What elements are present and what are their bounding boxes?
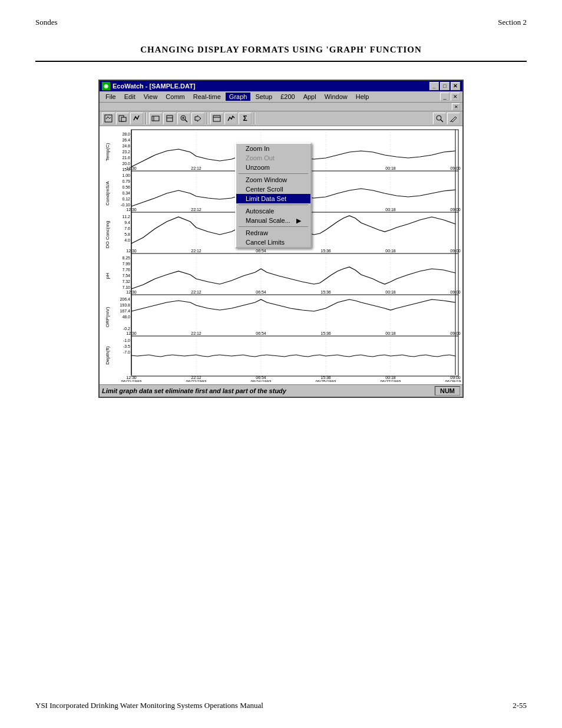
svg-text:22:12: 22:12 — [191, 166, 201, 170]
svg-text:00:18: 00:18 — [385, 331, 396, 335]
toolbar-btn-magnify[interactable] — [433, 113, 446, 124]
toolbar-btn-pen[interactable] — [447, 113, 460, 124]
menu-help[interactable]: Help — [352, 93, 373, 101]
toolbar-btn-1[interactable] — [102, 113, 115, 124]
svg-text:06/24/1993: 06/24/1993 — [250, 380, 271, 382]
window-title: EcoWatch - [SAMPLE.DAT] — [113, 83, 196, 90]
svg-text:167.4: 167.4 — [120, 309, 130, 313]
svg-text:23.2: 23.2 — [122, 150, 130, 154]
toolbar-right — [433, 113, 460, 124]
menu-right-controls: _ ✕ — [440, 93, 460, 101]
svg-text:206.4: 206.4 — [120, 297, 130, 301]
maximize-button[interactable]: □ — [440, 82, 449, 90]
svg-text:00:18: 00:18 — [385, 249, 396, 253]
application-window: ◉ EcoWatch - [SAMPLE.DAT] _ □ ✕ File Edi… — [98, 80, 464, 398]
svg-text:ORP(mV): ORP(mV) — [105, 307, 110, 327]
menu-close-btn[interactable]: ✕ — [451, 93, 460, 101]
svg-text:06/21/1993: 06/21/1993 — [121, 380, 141, 382]
svg-text:5.8: 5.8 — [124, 232, 130, 236]
svg-text:Temp(C): Temp(C) — [105, 143, 110, 161]
svg-text:15:36: 15:36 — [320, 290, 331, 294]
second-menu-bar: ✕ — [100, 103, 462, 111]
toolbar-btn-3[interactable] — [130, 113, 143, 124]
svg-text:0.56: 0.56 — [122, 185, 130, 189]
toolbar-btn-8[interactable] — [210, 113, 223, 124]
minimize-button[interactable]: _ — [429, 82, 439, 90]
svg-text:09:00: 09:00 — [450, 249, 461, 253]
svg-text:15:36: 15:36 — [320, 249, 331, 253]
svg-rect-0 — [105, 115, 112, 122]
title-bar-controls: _ □ ✕ — [429, 82, 460, 90]
svg-text:DO Conc(mg: DO Conc(mg — [105, 221, 110, 249]
svg-text:06:54: 06:54 — [256, 249, 266, 253]
title-bar-left: ◉ EcoWatch - [SAMPLE.DAT] — [102, 82, 196, 90]
svg-text:7.6: 7.6 — [124, 226, 130, 230]
status-num: NUM — [435, 386, 460, 396]
svg-text:Depth(ft): Depth(ft) — [105, 346, 110, 364]
toolbar-btn-9[interactable] — [224, 113, 237, 124]
svg-text:22:12: 22:12 — [191, 290, 201, 294]
close-button[interactable]: ✕ — [451, 82, 460, 90]
svg-text:7.76: 7.76 — [122, 268, 130, 272]
status-bar: Limit graph data set eliminate first and… — [100, 384, 462, 397]
toolbar-btn-2[interactable] — [116, 113, 129, 124]
menu-graph[interactable]: Graph — [226, 93, 251, 101]
svg-text:22:12: 22:12 — [191, 375, 201, 380]
svg-text:22:12: 22:12 — [191, 207, 201, 212]
svg-text:24.8: 24.8 — [122, 144, 130, 148]
status-text: Limit graph data set eliminate first and… — [102, 387, 432, 394]
svg-point-13 — [437, 116, 441, 120]
svg-text:4.0: 4.0 — [124, 238, 130, 242]
svg-text:22:12: 22:12 — [191, 249, 201, 253]
svg-text:00:18: 00:18 — [385, 375, 396, 380]
menu-200[interactable]: £200 — [277, 93, 298, 101]
svg-text:06/22/1993: 06/22/1993 — [186, 380, 206, 382]
menu-file[interactable]: File — [102, 93, 120, 101]
svg-text:15:36: 15:36 — [320, 331, 331, 335]
menu-comm[interactable]: Comm — [162, 93, 188, 101]
svg-rect-16 — [131, 130, 458, 376]
menu-realtime[interactable]: Real-time — [190, 93, 224, 101]
svg-text:20.0: 20.0 — [122, 162, 130, 166]
page-header: Sondes Section 2 — [0, 0, 562, 33]
svg-text:-3.5: -3.5 — [123, 344, 130, 348]
toolbar-btn-6[interactable] — [177, 113, 190, 124]
svg-line-8 — [185, 120, 187, 122]
toolbar-btn-7[interactable] — [191, 113, 204, 124]
menu-window[interactable]: Window — [321, 93, 351, 101]
svg-text:8.25: 8.25 — [122, 256, 130, 260]
svg-text:21.6: 21.6 — [122, 156, 130, 160]
svg-text:06:54: 06:54 — [256, 375, 266, 380]
svg-rect-11 — [213, 116, 220, 121]
menu-setup[interactable]: Setup — [252, 93, 276, 101]
toolbar-btn-4[interactable] — [149, 113, 162, 124]
chart-container: Temp(C) Cond(mS/A DO Conc(mg pH ORP(mV) … — [100, 126, 462, 384]
svg-text:11.2: 11.2 — [122, 215, 130, 219]
svg-text:12:30: 12:30 — [126, 331, 137, 335]
svg-text:pH: pH — [105, 273, 110, 279]
menu-edit[interactable]: Edit — [121, 93, 139, 101]
svg-text:12:30: 12:30 — [126, 290, 137, 294]
footer-right: 2-55 — [513, 701, 527, 710]
svg-line-15 — [450, 121, 451, 122]
svg-text:12:30: 12:30 — [126, 249, 137, 253]
inner-close-btn[interactable]: ✕ — [452, 103, 460, 110]
toolbar-btn-sigma[interactable]: Σ — [239, 113, 252, 124]
svg-text:48.0: 48.0 — [122, 315, 130, 319]
svg-text:00:18: 00:18 — [385, 207, 396, 212]
svg-text:1.00: 1.00 — [122, 173, 130, 177]
toolbar: Σ — [100, 111, 462, 126]
footer-left: YSI Incorporated Drinking Water Monitori… — [35, 701, 263, 710]
svg-text:06/28/1993: 06/28/1993 — [445, 380, 461, 382]
menu-appl[interactable]: Appl — [300, 93, 320, 101]
toolbar-btn-5[interactable] — [163, 113, 176, 124]
menu-view[interactable]: View — [140, 93, 161, 101]
svg-text:-0.10: -0.10 — [121, 203, 130, 207]
svg-text:12:30: 12:30 — [126, 207, 137, 212]
graph-region: Temp(C) Cond(mS/A DO Conc(mg pH ORP(mV) … — [100, 126, 462, 384]
svg-text:193.8: 193.8 — [120, 303, 130, 307]
toolbar-sep-2 — [207, 113, 208, 124]
svg-text:0.12: 0.12 — [122, 197, 130, 201]
svg-text:06:54: 06:54 — [256, 290, 266, 294]
menu-min-btn[interactable]: _ — [440, 93, 449, 101]
